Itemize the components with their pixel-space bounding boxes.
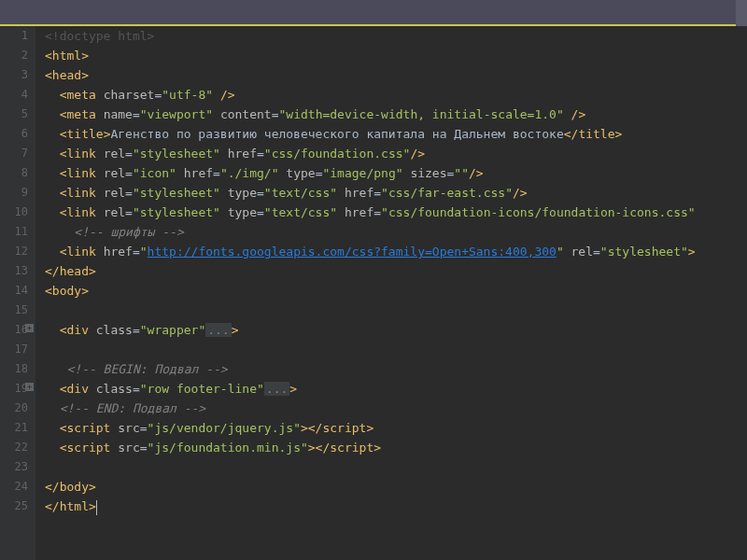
token-tag-name: script [330, 441, 374, 455]
code-line[interactable]: <script src="js/vendor/jquery.js"></scri… [45, 418, 747, 438]
token-text-content: Агенство по развитию человеческого капит… [110, 127, 563, 141]
code-line[interactable]: <div class="row footer-line"...> [45, 379, 747, 399]
token-tag-bracket: > [89, 499, 96, 513]
token-tag-name: head [60, 264, 89, 278]
token-tag-bracket: /> [410, 147, 425, 161]
token-plain: = [593, 245, 600, 259]
token-attr-name: src [118, 441, 139, 455]
token-plain [45, 166, 60, 180]
token-plain [45, 107, 60, 121]
code-line[interactable]: <link rel="icon" href="./img/" type="ima… [45, 163, 747, 183]
code-line[interactable]: <script src="js/foundation.min.js"></scr… [45, 438, 747, 457]
title-bar [0, 0, 747, 26]
code-line[interactable]: <!-- END: Подвал --> [45, 399, 747, 418]
token-plain [96, 107, 104, 121]
line-number: 2 [0, 46, 28, 65]
token-tag-name: script [322, 421, 366, 435]
code-line[interactable] [45, 301, 747, 320]
token-plain: = [257, 186, 264, 200]
token-plain [45, 88, 60, 102]
token-attr-val: "wrapper" [140, 323, 205, 337]
code-line[interactable]: <head> [45, 65, 747, 85]
vertical-scrollbar[interactable] [736, 0, 747, 26]
token-plain [96, 147, 104, 161]
code-line[interactable]: <!-- BEGIN: Подвал --> [45, 359, 747, 379]
code-line[interactable]: <body> [45, 281, 747, 301]
code-line[interactable]: </head> [45, 261, 747, 281]
line-number: 16+ [0, 320, 28, 340]
token-attr-val: "" [454, 166, 469, 180]
code-line[interactable]: <link rel="stylesheet" href="css/foundat… [45, 144, 747, 163]
token-plain: = [140, 441, 148, 455]
code-line[interactable] [45, 340, 747, 359]
line-number: 9 [0, 183, 28, 203]
token-attr-name: rel [104, 205, 125, 219]
token-tag-bracket: > [366, 421, 374, 435]
token-plain [337, 205, 345, 219]
code-line[interactable]: <html> [45, 46, 747, 65]
token-plain [45, 421, 60, 435]
token-attr-val-link: http://fonts.googleapis.com/css?family=O… [148, 245, 557, 259]
token-plain [45, 401, 60, 415]
code-line[interactable]: <meta name="viewport" content="width=dev… [45, 105, 747, 124]
line-number: 22 [0, 438, 28, 457]
token-plain [564, 107, 571, 121]
token-plain [96, 186, 104, 200]
token-plain [96, 166, 104, 180]
token-plain [96, 88, 104, 102]
token-plain: = [125, 147, 133, 161]
line-number: 17 [0, 340, 28, 359]
line-number: 14 [0, 281, 28, 301]
token-tag-name: body [60, 480, 89, 494]
token-plain [89, 323, 96, 337]
line-number: 10 [0, 203, 28, 222]
fold-plus-icon[interactable]: + [25, 383, 34, 391]
code-editor[interactable]: 12345678910111213141516+171819+202122232… [0, 26, 747, 560]
code-line[interactable]: <div class="wrapper"...> [45, 320, 747, 340]
line-number: 24 [0, 477, 28, 497]
text-cursor [96, 500, 97, 515]
token-plain: = [125, 166, 133, 180]
code-line[interactable]: <!-- шрифты --> [45, 222, 747, 242]
token-attr-val: "js/vendor/jquery.js" [148, 421, 301, 435]
token-tag-name: link [66, 186, 95, 200]
token-attr-name: href [184, 166, 213, 180]
token-tag-bracket: </ [45, 264, 60, 278]
code-line[interactable]: <link rel="stylesheet" type="text/css" h… [45, 203, 747, 222]
code-line[interactable]: </html> [45, 497, 747, 516]
token-plain: = [272, 107, 279, 121]
token-tag-bracket: > [308, 441, 316, 455]
token-tag-bracket: </ [45, 480, 60, 494]
token-plain: = [140, 421, 148, 435]
line-number: 21 [0, 418, 28, 438]
token-plain [220, 186, 228, 200]
token-tag-bracket: > [81, 284, 89, 298]
token-plain [96, 205, 104, 219]
code-line[interactable] [45, 457, 747, 477]
token-tag-bracket: > [81, 49, 89, 63]
token-plain: = [125, 186, 133, 200]
code-area[interactable]: <!doctype html><html><head> <meta charse… [35, 26, 747, 560]
token-attr-name: type [286, 166, 315, 180]
token-attr-val: "stylesheet" [133, 147, 220, 161]
fold-plus-icon[interactable]: + [25, 324, 34, 332]
code-line[interactable]: <link href="http://fonts.googleapis.com/… [45, 242, 747, 261]
token-plain: = [125, 205, 133, 219]
token-tag-name: html [60, 499, 89, 513]
code-line[interactable]: <!doctype html> [45, 26, 747, 46]
line-number: 7 [0, 144, 28, 163]
code-line[interactable]: <link rel="stylesheet" type="text/css" h… [45, 183, 747, 203]
token-attr-name: class [96, 323, 133, 337]
token-tag-name: body [52, 284, 81, 298]
token-comment: <!-- BEGIN: Подвал --> [66, 362, 227, 376]
line-number: 6 [0, 124, 28, 144]
token-folded: ... [264, 382, 289, 396]
token-attr-name: charset [104, 88, 155, 102]
token-attr-name: rel [104, 166, 125, 180]
code-line[interactable]: <title>Агенство по развитию человеческог… [45, 124, 747, 144]
line-number: 18 [0, 359, 28, 379]
token-tag-bracket: > [232, 323, 239, 337]
token-attr-name: href [104, 245, 133, 259]
code-line[interactable]: <meta charset="utf-8" /> [45, 85, 747, 105]
code-line[interactable]: </body> [45, 477, 747, 497]
